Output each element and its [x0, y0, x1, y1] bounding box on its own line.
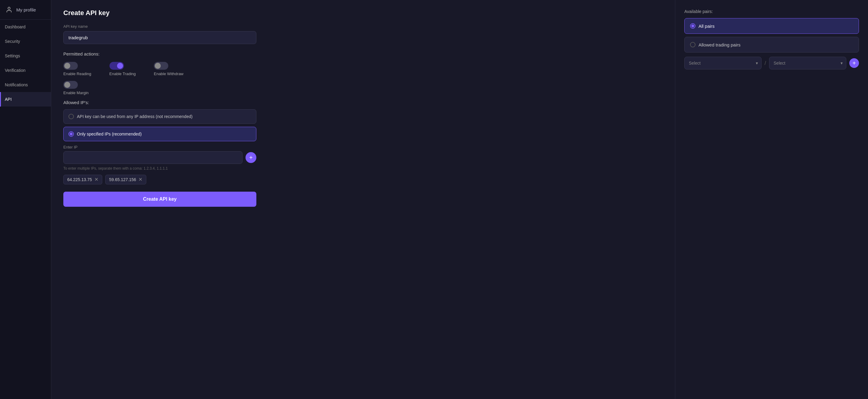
- select-base-currency[interactable]: Select: [684, 57, 762, 69]
- add-ip-button[interactable]: +: [246, 152, 256, 163]
- add-pair-button[interactable]: +: [849, 58, 859, 68]
- sidebar-item-dashboard[interactable]: Dashboard: [0, 20, 51, 34]
- sidebar-item-label: Dashboard: [5, 24, 26, 29]
- ip-tags: 64.225.13.75 ✕ 59.65.127.156 ✕: [63, 175, 663, 184]
- action-withdraw-label: Enable Withdraw: [154, 72, 183, 76]
- right-panel: Available pairs: All pairs Allowed tradi…: [675, 0, 868, 399]
- radio-all-pairs-circle: [690, 23, 695, 29]
- toggle-trading[interactable]: [110, 62, 124, 70]
- toggle-margin[interactable]: [63, 81, 78, 89]
- pair-option-allowed[interactable]: Allowed trading pairs: [684, 37, 859, 53]
- radio-any-circle: [68, 114, 74, 119]
- ip-option-specified-label: Only specified IPs (recommended): [77, 132, 142, 136]
- pair-option-all[interactable]: All pairs: [684, 18, 859, 34]
- sidebar-item-verification[interactable]: Verification: [0, 63, 51, 78]
- ip-option-specified[interactable]: Only specified IPs (recommended): [63, 127, 256, 141]
- enter-ip-label: Enter IP: [63, 145, 663, 149]
- sidebar: My profile Dashboard Security Settings V…: [0, 0, 51, 399]
- permitted-actions-row1: Enable Reading Enable Trading Enable Wit…: [63, 62, 663, 76]
- permitted-actions-row2: Enable Margin: [63, 81, 663, 95]
- create-api-key-button[interactable]: Create API key: [63, 192, 256, 207]
- select-row: Select / Select +: [684, 57, 859, 69]
- api-key-name-input[interactable]: [63, 31, 256, 44]
- sidebar-item-settings[interactable]: Settings: [0, 49, 51, 63]
- action-reading: Enable Reading: [63, 62, 91, 76]
- pair-option-allowed-label: Allowed trading pairs: [699, 42, 740, 47]
- action-trading: Enable Trading: [110, 62, 136, 76]
- action-withdraw: Enable Withdraw: [154, 62, 183, 76]
- sidebar-item-notifications[interactable]: Notifications: [0, 78, 51, 92]
- sidebar-item-label: Notifications: [5, 82, 28, 87]
- ip-input-field[interactable]: [63, 151, 243, 164]
- toggle-reading[interactable]: [63, 62, 78, 70]
- ip-option-any[interactable]: API key can be used from any IP address …: [63, 109, 256, 124]
- sidebar-item-label: API: [5, 97, 12, 102]
- ip-tag-remove-0[interactable]: ✕: [94, 177, 98, 182]
- ip-option-any-label: API key can be used from any IP address …: [77, 114, 192, 119]
- select-quote-currency[interactable]: Select: [769, 57, 846, 69]
- sidebar-item-label: Security: [5, 39, 20, 44]
- ip-input-row: +: [63, 151, 256, 164]
- action-margin: Enable Margin: [63, 81, 89, 95]
- action-trading-label: Enable Trading: [110, 72, 136, 76]
- sidebar-profile[interactable]: My profile: [0, 0, 51, 20]
- ip-tag-remove-1[interactable]: ✕: [138, 177, 142, 182]
- divider-slash: /: [765, 60, 766, 66]
- ip-tag-value-1: 59.65.127.156: [109, 177, 136, 182]
- sidebar-item-security[interactable]: Security: [0, 34, 51, 49]
- select-base-currency-wrapper: Select: [684, 57, 762, 69]
- allowed-ips-label: Allowed IP's:: [63, 100, 663, 105]
- profile-label: My profile: [16, 7, 36, 12]
- page-title: Create API key: [63, 9, 663, 17]
- select-quote-currency-wrapper: Select: [769, 57, 846, 69]
- user-icon: [5, 5, 13, 14]
- ip-tag-1: 59.65.127.156 ✕: [105, 175, 147, 184]
- ip-tag-0: 64.225.13.75 ✕: [63, 175, 102, 184]
- ip-tag-value-0: 64.225.13.75: [67, 177, 92, 182]
- radio-allowed-pairs-circle: [690, 42, 695, 47]
- permitted-actions-label: Permitted actions:: [63, 51, 663, 56]
- create-button-label: Create API key: [143, 197, 177, 202]
- svg-point-0: [8, 7, 10, 9]
- ip-hint: To enter multiple IPs, separate them wit…: [63, 166, 663, 171]
- available-pairs-label: Available pairs:: [684, 9, 859, 14]
- api-key-name-label: API key name: [63, 24, 663, 29]
- radio-specified-circle: [68, 131, 74, 137]
- toggle-withdraw[interactable]: [154, 62, 168, 70]
- content-area: Create API key API key name Permitted ac…: [51, 0, 868, 399]
- sidebar-item-label: Settings: [5, 53, 20, 58]
- sidebar-item-api[interactable]: API: [0, 92, 51, 107]
- action-reading-label: Enable Reading: [63, 72, 91, 76]
- add-pair-plus-icon: +: [852, 60, 856, 66]
- plus-icon: +: [249, 154, 253, 161]
- pair-option-all-label: All pairs: [699, 24, 714, 29]
- main-panel: Create API key API key name Permitted ac…: [51, 0, 675, 399]
- sidebar-item-label: Verification: [5, 68, 25, 73]
- action-margin-label: Enable Margin: [63, 90, 89, 95]
